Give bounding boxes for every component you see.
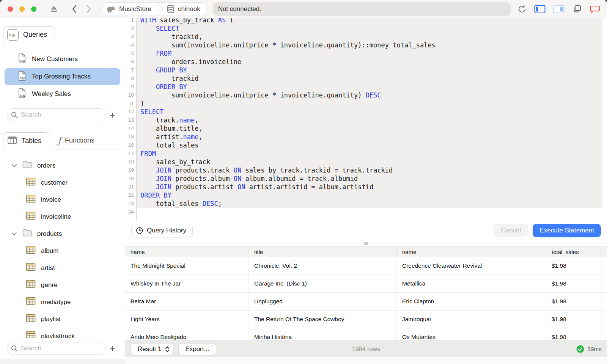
code-line[interactable]: trackid,	[137, 33, 602, 41]
code-line[interactable]: sum(invoiceline.unitprice * invoiceline.…	[137, 41, 602, 49]
tree-table-row[interactable]: playlisttrack	[0, 328, 125, 338]
tab-queries[interactable]: SQL Queries	[3, 26, 55, 43]
code-line[interactable]: ORDER BY	[137, 83, 602, 91]
results-cell[interactable]: Light Years	[125, 311, 249, 328]
postgres-elephant-icon[interactable]	[106, 5, 116, 14]
results-cell[interactable]: $1.98	[546, 311, 601, 328]
chevron-down-icon[interactable]	[11, 230, 17, 238]
minimize-window-button[interactable]	[19, 6, 25, 12]
export-button[interactable]: Export...	[178, 343, 216, 355]
results-cell[interactable]: Unplugged	[249, 293, 397, 310]
query-list-item[interactable]: SQL Top Grossing Tracks	[5, 68, 120, 85]
tab-tables[interactable]: Tables	[3, 132, 49, 149]
results-row[interactable]: Ando Meio DesligadoMinha HistóriaOs Muta…	[125, 328, 607, 340]
tree-table-row[interactable]: invoiceline	[0, 208, 125, 225]
code-line[interactable]: orders.invoiceline	[137, 58, 602, 66]
schema-search-input[interactable]	[7, 342, 106, 355]
code-line[interactable]: SELECT	[137, 24, 602, 33]
sql-editor[interactable]: 123456789101112131415161718192021222324 …	[125, 18, 607, 240]
feedback-chat-icon[interactable]	[590, 5, 600, 14]
pane-splitter[interactable]	[125, 240, 607, 246]
results-cell[interactable]: Creedence Clearwater Revival	[397, 257, 546, 275]
results-cell[interactable]: Whiskey In The Jar	[125, 275, 249, 292]
results-cell[interactable]: $1.98	[546, 257, 601, 275]
code-line[interactable]: FROM	[137, 49, 602, 58]
code-line[interactable]: FROM	[137, 149, 602, 158]
eject-disconnect-icon[interactable]	[49, 5, 58, 13]
execute-statement-button[interactable]: Execute Statement	[533, 224, 601, 237]
results-cell[interactable]: $1.98	[546, 328, 601, 340]
tree-table-row[interactable]: playlist	[0, 311, 125, 328]
forward-button[interactable]	[86, 5, 92, 14]
toggle-right-sidebar-icon[interactable]	[553, 5, 565, 14]
breadcrumb-database-label[interactable]: chinook	[178, 5, 200, 13]
code-line[interactable]: ORDER BY	[137, 191, 602, 199]
results-cell[interactable]: Metallica	[397, 275, 546, 292]
query-list-item[interactable]: SQL Weekly Sales	[5, 86, 120, 102]
query-list-item[interactable]: SQL New Customers	[5, 51, 120, 67]
code-line[interactable]: total_sales	[137, 141, 602, 149]
code-line[interactable]: WITH sales_by_track AS (	[137, 18, 602, 24]
results-cell[interactable]: Beira Mar	[125, 293, 249, 310]
back-button[interactable]	[71, 5, 77, 14]
tree-table-row[interactable]: customer	[0, 174, 125, 191]
code-line[interactable]: artist.name,	[137, 133, 602, 141]
code-line[interactable]: trackid	[137, 74, 602, 83]
breadcrumb-server-label[interactable]: MusicStore	[119, 5, 151, 13]
result-selector[interactable]: Result 1	[131, 343, 174, 355]
queries-search-input[interactable]	[7, 108, 106, 121]
tree-table-row[interactable]: genre	[0, 276, 125, 293]
tree-table-row[interactable]: invoice	[0, 191, 125, 208]
code-line[interactable]: GROUP BY	[137, 66, 602, 74]
results-cell[interactable]: The Midnight Special	[125, 257, 249, 275]
code-line[interactable]: total_sales DESC;	[137, 199, 602, 208]
results-cell[interactable]: Ando Meio Desligado	[125, 328, 249, 340]
results-cell[interactable]: The Return Of The Space Cowboy	[249, 311, 397, 328]
results-column-header[interactable]: name	[125, 247, 249, 257]
add-query-button[interactable]: +	[106, 108, 119, 121]
toggle-left-sidebar-icon[interactable]	[534, 5, 546, 14]
results-cell[interactable]: Minha História	[249, 328, 397, 340]
refresh-icon[interactable]	[517, 4, 527, 14]
results-row[interactable]: Beira MarUnpluggedEric Clapton$1.98	[125, 293, 607, 311]
cancel-button[interactable]: Cancel	[494, 224, 528, 237]
tree-folder-row[interactable]: orders	[0, 157, 125, 174]
results-row[interactable]: The Midnight SpecialChronicle, Vol. 2Cre…	[125, 257, 607, 275]
results-column-header[interactable]: name	[397, 247, 546, 257]
code-line[interactable]: album.title,	[137, 124, 602, 133]
chevron-down-icon[interactable]	[11, 162, 17, 169]
windows-copy-icon[interactable]	[572, 5, 582, 14]
results-cell[interactable]: Eric Clapton	[397, 293, 546, 310]
tree-table-row[interactable]: album	[0, 242, 125, 259]
code-area[interactable]: 123456789101112131415161718192021222324 …	[125, 18, 607, 221]
results-cell[interactable]: Garage Inc. (Disc 1)	[249, 275, 397, 292]
code-line[interactable]: JOIN products.artist ON artist.artistid …	[137, 183, 602, 191]
zoom-window-button[interactable]	[31, 6, 36, 12]
results-column-header[interactable]: total_sales	[546, 247, 601, 257]
code-lines[interactable]: WITH sales_by_track AS ( SELECT trackid,…	[137, 18, 602, 216]
tree-folder-row[interactable]: products	[0, 225, 125, 242]
tab-functions[interactable]: ƒ Functions	[49, 132, 103, 149]
code-line[interactable]: )	[137, 99, 602, 108]
add-table-button[interactable]: +	[106, 342, 119, 355]
code-line[interactable]: track.name,	[137, 116, 602, 124]
code-line[interactable]: SELECT	[137, 108, 602, 116]
tree-table-row[interactable]: artist	[0, 259, 125, 276]
results-cell[interactable]: $1.98	[546, 293, 601, 310]
results-cell[interactable]: Chronicle, Vol. 2	[249, 257, 397, 275]
close-window-button[interactable]	[8, 6, 13, 12]
code-line[interactable]: sales_by_track	[137, 158, 602, 166]
results-column-header[interactable]: title	[249, 247, 397, 257]
code-line[interactable]: JOIN products.track ON sales_by_track.tr…	[137, 166, 602, 174]
code-line[interactable]: JOIN products.album ON album.albumid = t…	[137, 174, 602, 183]
results-row[interactable]: Whiskey In The JarGarage Inc. (Disc 1)Me…	[125, 275, 607, 293]
splitter-handle[interactable]	[364, 242, 368, 245]
code-line[interactable]	[137, 208, 602, 216]
code-line[interactable]: sum(invoiceline.unitprice * invoiceline.…	[137, 91, 602, 99]
query-history-button[interactable]: Query History	[131, 224, 193, 237]
tree-table-row[interactable]: mediatype	[0, 293, 125, 311]
results-cell[interactable]: Jamiroquai	[397, 311, 546, 328]
results-cell[interactable]: Os Mutantes	[397, 328, 546, 340]
results-cell[interactable]: $1.98	[546, 275, 601, 292]
results-row[interactable]: Light YearsThe Return Of The Space Cowbo…	[125, 311, 607, 328]
